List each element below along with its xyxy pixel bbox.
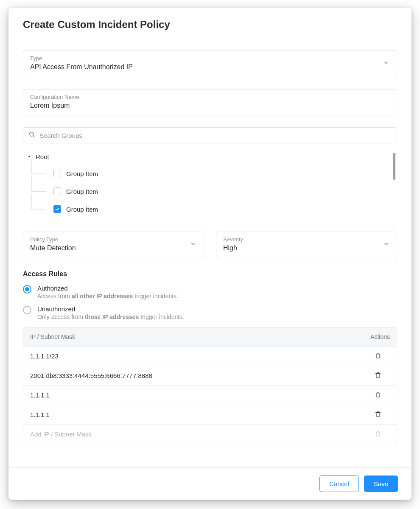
radio-unselected-icon [23, 306, 31, 314]
trash-icon[interactable] [375, 371, 381, 380]
radio-desc-prefix: Access from [37, 293, 72, 299]
checkbox[interactable] [53, 170, 61, 177]
chevron-down-icon [190, 241, 196, 249]
svg-point-0 [30, 132, 34, 136]
col-header-ip: IP / Subnet Mask [30, 333, 356, 340]
add-ip-placeholder: Add IP / Subnet Mask [30, 431, 356, 438]
table-row: 1.1.1.1 [23, 386, 397, 405]
config-name-label: Configuration Name [30, 94, 390, 100]
radio-desc: Only access from those IP addresses trig… [37, 313, 184, 320]
table-row: 1.1.1.1/23 [23, 347, 397, 366]
tree-item-label: Group Item [66, 170, 98, 177]
chevron-down-icon [383, 241, 389, 249]
radio-desc-bold: those IP addresses [85, 313, 139, 320]
caret-down-icon [27, 153, 31, 160]
radio-desc-suffix: trigger incidents. [133, 293, 178, 299]
severity-label: Severity [223, 236, 377, 243]
radio-unauthorized[interactable]: Unauthorized Only access from those IP a… [23, 305, 397, 320]
col-header-actions: Actions [356, 333, 390, 340]
ip-cell[interactable]: 1.1.1.1 [30, 392, 356, 399]
table-row: 2001:db8:3333:4444:5555:6666:7777:8888 [23, 366, 397, 386]
ip-cell[interactable]: 1.1.1.1/23 [30, 352, 356, 360]
radio-desc: Access from all other IP addresses trigg… [37, 293, 178, 299]
save-button[interactable]: Save [364, 475, 398, 492]
radio-label: Authorized [37, 285, 178, 292]
radio-selected-icon [23, 285, 31, 294]
radio-label: Unauthorized [37, 305, 184, 313]
ip-cell[interactable]: 1.1.1.1 [30, 411, 356, 418]
search-input[interactable] [39, 132, 392, 139]
modal-body: Type API Access From Unauthorized IP Con… [8, 40, 412, 467]
trash-icon-disabled [375, 430, 381, 439]
scrollbar-thumb[interactable] [393, 153, 395, 180]
tree-item-label: Group Item [66, 188, 98, 195]
create-policy-modal: Create Custom Incident Policy Type API A… [8, 8, 412, 500]
access-rules-title: Access Rules [23, 270, 397, 278]
checkbox-checked[interactable] [53, 205, 61, 213]
search-icon [28, 131, 35, 140]
radio-desc-prefix: Only access from [37, 313, 85, 320]
radio-desc-bold: all other IP addresses [72, 293, 133, 299]
tree-branch-line [31, 204, 48, 214]
checkbox[interactable] [53, 187, 61, 195]
modal-footer: Cancel Save [8, 467, 412, 500]
table-row: 1.1.1.1 [23, 405, 397, 425]
trash-icon[interactable] [375, 391, 381, 400]
type-select[interactable]: Type API Access From Unauthorized IP [23, 50, 397, 77]
tree-item-label: Group Item [66, 206, 98, 213]
severity-select[interactable]: Severity High [216, 232, 397, 258]
policy-type-label: Policy Type [30, 236, 184, 243]
ip-cell[interactable]: 2001:db8:3333:4444:5555:6666:7777:8888 [30, 372, 356, 379]
tree-root-label: Root [36, 153, 49, 160]
trash-icon[interactable] [375, 352, 381, 361]
tree-root[interactable]: Root [25, 151, 397, 165]
tree-item[interactable]: Group Item [31, 200, 397, 218]
modal-header: Create Custom Incident Policy [8, 8, 412, 40]
add-ip-row[interactable]: Add IP / Subnet Mask [23, 425, 397, 444]
chevron-down-icon [383, 60, 389, 67]
tree-item[interactable]: Group Item [31, 165, 397, 182]
severity-value: High [223, 243, 377, 253]
search-groups-box[interactable] [23, 127, 397, 143]
cancel-button[interactable]: Cancel [319, 475, 359, 492]
policy-type-select[interactable]: Policy Type Mute Detection [23, 232, 204, 258]
type-value: API Access From Unauthorized IP [30, 62, 377, 72]
radio-desc-suffix: trigger incidents. [139, 313, 184, 320]
group-tree: Root Group Item Group Item [23, 148, 397, 227]
page-title: Create Custom Incident Policy [23, 19, 397, 31]
tree-branch-line [31, 169, 48, 178]
tree-branch-line [31, 187, 48, 196]
policy-severity-row: Policy Type Mute Detection Severity High [23, 232, 397, 258]
ip-table: IP / Subnet Mask Actions 1.1.1.1/23 2001… [23, 327, 397, 444]
radio-content: Authorized Access from all other IP addr… [37, 285, 178, 299]
radio-authorized[interactable]: Authorized Access from all other IP addr… [23, 285, 397, 299]
tree-children: Group Item Group Item Group Item [25, 165, 397, 218]
radio-content: Unauthorized Only access from those IP a… [37, 305, 184, 320]
tree-item[interactable]: Group Item [31, 182, 397, 200]
trash-icon[interactable] [375, 410, 381, 419]
config-name-field[interactable]: Configuration Name Lorem Ipsum [23, 89, 397, 116]
table-header: IP / Subnet Mask Actions [23, 327, 397, 347]
type-label: Type [30, 55, 377, 62]
policy-type-value: Mute Detection [30, 243, 184, 253]
config-name-value: Lorem Ipsum [30, 101, 390, 110]
